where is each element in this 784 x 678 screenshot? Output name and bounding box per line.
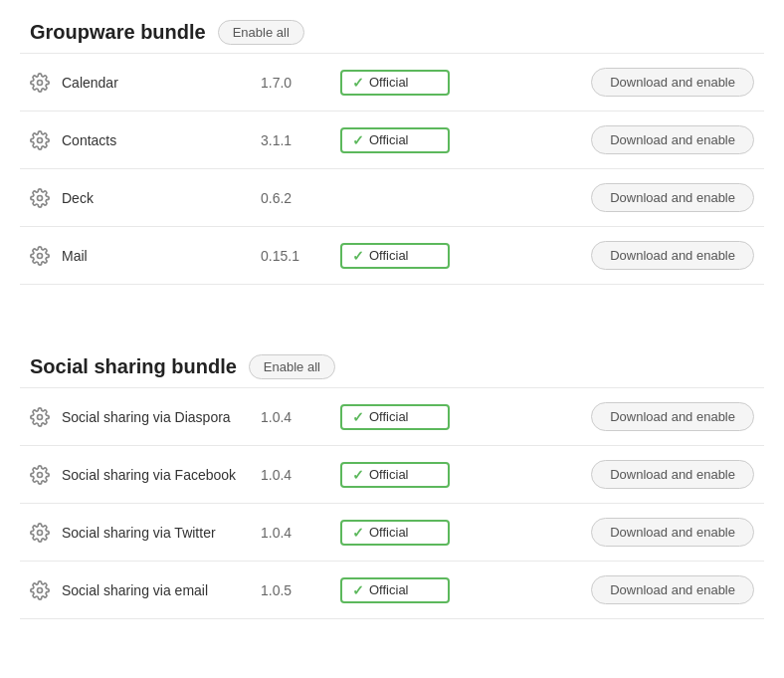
app-version: 1.0.4 [261, 525, 340, 541]
gear-icon [30, 73, 50, 93]
app-version: 0.6.2 [261, 190, 340, 206]
download-enable-button[interactable]: Download and enable [591, 518, 754, 547]
social-sharing-header: Social sharing bundle Enable all [20, 354, 764, 379]
groupware-header: Groupware bundle Enable all [20, 20, 764, 45]
svg-point-2 [38, 195, 43, 200]
download-enable-button[interactable]: Download and enable [591, 68, 754, 97]
official-badge: ✓ Official [340, 127, 450, 153]
official-badge: ✓ Official [340, 243, 450, 269]
app-version: 1.7.0 [261, 75, 340, 91]
check-icon: ✓ [352, 132, 364, 148]
check-icon: ✓ [352, 525, 364, 541]
groupware-enable-all-button[interactable]: Enable all [218, 20, 304, 45]
svg-point-3 [38, 253, 43, 258]
social-sharing-apps-list: Social sharing via Diaspora 1.0.4 ✓ Offi… [20, 387, 764, 619]
official-label: Official [369, 248, 409, 263]
table-row: Social sharing via Twitter 1.0.4 ✓ Offic… [20, 503, 764, 561]
app-version: 0.15.1 [261, 248, 340, 264]
table-row: Contacts 3.1.1 ✓ Official Download and e… [20, 111, 764, 168]
official-badge: ✓ Official [340, 462, 450, 488]
official-badge: ✓ Official [340, 404, 450, 430]
svg-point-5 [38, 472, 43, 477]
gear-icon [30, 188, 50, 208]
social-sharing-enable-all-button[interactable]: Enable all [249, 354, 335, 379]
table-row: Mail 0.15.1 ✓ Official Download and enab… [20, 226, 764, 285]
gear-icon [30, 407, 50, 427]
app-name: Social sharing via Diaspora [62, 409, 261, 425]
app-name: Calendar [62, 75, 261, 91]
app-name: Mail [62, 248, 261, 264]
app-version: 1.0.4 [261, 409, 340, 425]
social-sharing-title: Social sharing bundle [30, 355, 237, 378]
app-name: Social sharing via Facebook [62, 467, 261, 483]
official-label: Official [369, 467, 409, 482]
app-name: Social sharing via email [62, 582, 261, 598]
official-label: Official [369, 75, 409, 90]
app-name: Contacts [62, 132, 261, 148]
gear-icon [30, 523, 50, 543]
official-badge: ✓ Official [340, 520, 450, 546]
app-name: Social sharing via Twitter [62, 525, 261, 541]
check-icon: ✓ [352, 409, 364, 425]
table-row: Deck 0.6.2 Download and enable [20, 168, 764, 226]
check-icon: ✓ [352, 467, 364, 483]
table-row: Social sharing via Diaspora 1.0.4 ✓ Offi… [20, 387, 764, 445]
svg-point-6 [38, 530, 43, 535]
app-name: Deck [62, 190, 261, 206]
check-icon: ✓ [352, 248, 364, 264]
official-label: Official [369, 409, 409, 424]
official-badge: ✓ Official [340, 70, 450, 96]
app-version: 1.0.4 [261, 467, 340, 483]
social-sharing-section: Social sharing bundle Enable all Social … [0, 335, 784, 629]
download-enable-button[interactable]: Download and enable [591, 402, 754, 431]
gear-icon [30, 130, 50, 150]
official-label: Official [369, 525, 409, 540]
check-icon: ✓ [352, 582, 364, 598]
official-label: Official [369, 132, 409, 147]
svg-point-0 [38, 80, 43, 85]
official-label: Official [369, 582, 409, 597]
svg-point-4 [38, 414, 43, 419]
download-enable-button[interactable]: Download and enable [591, 183, 754, 212]
groupware-section: Groupware bundle Enable all Calendar 1.7… [0, 0, 784, 295]
app-version: 1.0.5 [261, 582, 340, 598]
groupware-apps-list: Calendar 1.7.0 ✓ Official Download and e… [20, 53, 764, 285]
check-icon: ✓ [352, 75, 364, 91]
groupware-title: Groupware bundle [30, 21, 206, 44]
gear-icon [30, 246, 50, 266]
download-enable-button[interactable]: Download and enable [591, 460, 754, 489]
svg-point-1 [38, 137, 43, 142]
download-enable-button[interactable]: Download and enable [591, 241, 754, 270]
official-badge: ✓ Official [340, 577, 450, 603]
gear-icon [30, 580, 50, 600]
table-row: Social sharing via email 1.0.5 ✓ Officia… [20, 561, 764, 619]
svg-point-7 [38, 587, 43, 592]
app-version: 3.1.1 [261, 132, 340, 148]
section-gap [0, 295, 784, 335]
download-enable-button[interactable]: Download and enable [591, 125, 754, 154]
gear-icon [30, 465, 50, 485]
table-row: Social sharing via Facebook 1.0.4 ✓ Offi… [20, 445, 764, 503]
table-row: Calendar 1.7.0 ✓ Official Download and e… [20, 53, 764, 111]
download-enable-button[interactable]: Download and enable [591, 575, 754, 604]
